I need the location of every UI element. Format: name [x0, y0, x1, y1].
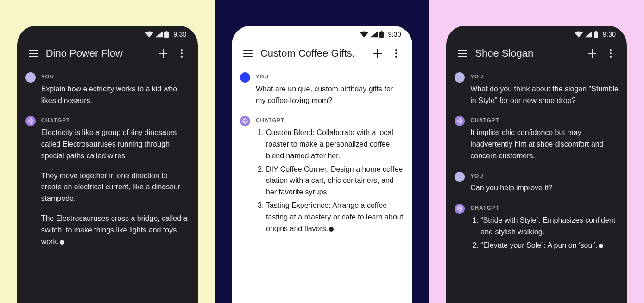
wifi-icon [360, 31, 368, 38]
sender-label: CHATGPT [470, 116, 619, 125]
hamburger-icon [29, 50, 38, 57]
kebab-icon [181, 49, 183, 58]
svg-rect-1 [166, 31, 168, 32]
sender-label: CHATGPT [41, 116, 189, 125]
status-bar: 9:30 [240, 26, 404, 43]
menu-button[interactable] [240, 45, 256, 61]
plus-icon [588, 49, 596, 58]
status-time: 9:30 [388, 31, 401, 38]
list-item: “Elevate your Sole”: A pun on ‘soul’. [480, 240, 619, 251]
message-body: CHATGPTElectricity is like a group of ti… [41, 116, 189, 247]
menu-button[interactable] [25, 45, 41, 61]
app-bar: Shoe Slogan [455, 43, 619, 64]
message-text: What are unique, custom birthday gifts f… [256, 84, 404, 107]
wifi-icon [575, 31, 583, 38]
assistant-avatar [240, 116, 250, 126]
message-paragraph: Electricity is like a group of tiny dino… [41, 127, 189, 161]
battery-icon [164, 31, 169, 38]
list-item: Custom Blend: Collaborate with a local r… [266, 127, 404, 161]
message-body: YOUWhat are unique, custom birthday gift… [256, 73, 404, 106]
panel: 9:30 Custom Coffee Gifts. YOUWhat are un… [215, 0, 429, 303]
plus-icon [373, 49, 382, 58]
panel: 9:30 Dino Power Flow YOUExplain how elec… [0, 0, 215, 303]
message-content: What do you think about the slogan "Stum… [470, 85, 620, 104]
message-content: Explain how electricity works to a kid w… [41, 85, 179, 104]
assistant-avatar [25, 116, 36, 126]
battery-icon [594, 31, 598, 38]
message-list: “Stride with Style”: Emphasizes confiden… [470, 215, 619, 251]
user-message: YOUExplain how electricity works to a ki… [25, 73, 189, 106]
message-thread: YOUWhat do you think about the slogan "S… [455, 73, 619, 251]
message-text: Can you help improve it? [470, 182, 619, 194]
message-paragraph: They move together in one direction to c… [41, 170, 189, 205]
typing-cursor-icon [599, 244, 603, 248]
overflow-button[interactable] [603, 45, 619, 61]
panel: 9:30 Shoe Slogan YOUWhat do you think ab… [429, 0, 644, 303]
message-text: Custom Blend: Collaborate with a local r… [256, 127, 404, 234]
assistant-message: CHATGPTIt implies chic confidence but ma… [455, 116, 619, 161]
message-body: YOUWhat do you think about the slogan "S… [470, 73, 619, 106]
user-message: YOUWhat are unique, custom birthday gift… [240, 73, 404, 106]
assistant-message: CHATGPTCustom Blend: Collaborate with a … [240, 116, 404, 234]
svg-rect-4 [380, 31, 382, 32]
user-avatar [25, 72, 36, 83]
svg-rect-6 [594, 32, 598, 38]
overflow-button[interactable] [388, 45, 404, 61]
sender-label: YOU [470, 73, 619, 81]
message-text: Explain how electricity works to a kid w… [41, 84, 189, 107]
typing-cursor-icon [329, 227, 334, 232]
message-body: CHATGPTIt implies chic confidence but ma… [470, 116, 619, 161]
sender-label: YOU [41, 73, 189, 81]
message-body: YOUExplain how electricity works to a ki… [41, 73, 189, 106]
message-thread: YOUWhat are unique, custom birthday gift… [240, 73, 404, 234]
list-item: DIY Coffee Corner: Design a home coffee … [266, 164, 404, 198]
user-message: YOUCan you help improve it? [455, 172, 619, 194]
app-bar: Dino Power Flow [25, 43, 189, 64]
message-body: CHATGPT“Stride with Style”: Emphasizes c… [470, 204, 619, 251]
message-content: What are unique, custom birthday gifts f… [256, 85, 395, 104]
new-chat-button[interactable] [370, 45, 385, 61]
signal-icon [370, 31, 378, 38]
plus-icon [159, 49, 167, 58]
message-body: YOUCan you help improve it? [470, 172, 619, 194]
kebab-icon [610, 49, 612, 58]
phone-frame: 9:30 Custom Coffee Gifts. YOUWhat are un… [232, 26, 412, 303]
phone-frame: 9:30 Shoe Slogan YOUWhat do you think ab… [446, 26, 627, 303]
chat-title: Dino Power Flow [46, 47, 152, 59]
battery-icon [379, 31, 384, 38]
overflow-button[interactable] [174, 45, 189, 61]
sender-label: CHATGPT [256, 116, 404, 125]
message-body: CHATGPTCustom Blend: Collaborate with a … [256, 116, 404, 234]
new-chat-button[interactable] [584, 45, 600, 61]
sender-label: YOU [256, 73, 404, 81]
new-chat-button[interactable] [155, 45, 171, 61]
message-content: Can you help improve it? [470, 184, 552, 192]
assistant-message: CHATGPTElectricity is like a group of ti… [25, 116, 189, 247]
phone-frame: 9:30 Dino Power Flow YOUExplain how elec… [17, 26, 198, 303]
signal-icon [155, 31, 163, 38]
app-bar: Custom Coffee Gifts. [240, 43, 404, 64]
sender-label: YOU [470, 172, 619, 181]
chat-title: Custom Coffee Gifts. [260, 47, 367, 59]
status-bar: 9:30 [25, 26, 189, 43]
user-avatar [455, 72, 465, 83]
assistant-message: CHATGPT“Stride with Style”: Emphasizes c… [455, 204, 619, 251]
user-avatar [455, 172, 465, 182]
status-bar: 9:30 [455, 26, 619, 43]
svg-rect-0 [164, 32, 169, 38]
message-list: Custom Blend: Collaborate with a local r… [256, 127, 404, 234]
user-avatar [240, 72, 250, 83]
message-text: It implies chic confidence but may inadv… [470, 127, 619, 161]
user-message: YOUWhat do you think about the slogan "S… [455, 73, 619, 106]
assistant-avatar [455, 204, 465, 214]
message-paragraph: The Electrosauruses cross a bridge, call… [41, 213, 189, 247]
hamburger-icon [458, 50, 467, 57]
menu-button[interactable] [455, 45, 470, 61]
message-text: “Stride with Style”: Emphasizes confiden… [470, 215, 619, 251]
message-text: What do you think about the slogan "Stum… [470, 84, 619, 107]
status-time: 9:30 [603, 31, 616, 38]
svg-rect-3 [379, 32, 384, 38]
signal-icon [585, 31, 592, 38]
message-text: Electricity is like a group of tiny dino… [41, 127, 189, 247]
typing-cursor-icon [60, 240, 64, 245]
